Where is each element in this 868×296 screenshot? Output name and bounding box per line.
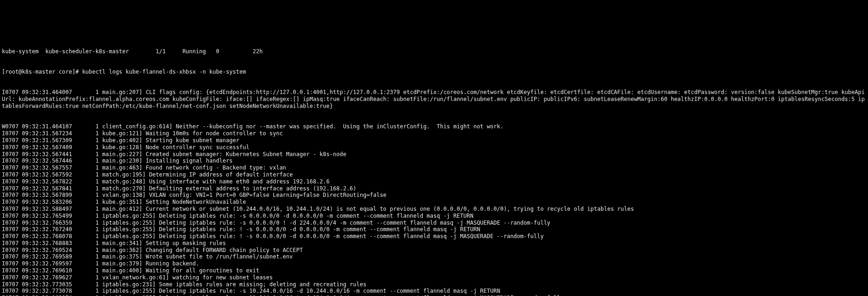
- log-line: I0707 09:32:32.583206 1 kube.go:351] Set…: [2, 199, 866, 206]
- log-line: I0707 09:32:32.567899 1 vxlan.go:138] VX…: [2, 192, 866, 199]
- log-line: I0707 09:32:32.567841 1 match.go:270] De…: [2, 185, 866, 192]
- log-line: I0707 09:32:32.769597 1 main.go:379] Run…: [2, 260, 866, 267]
- log-line: I0707 09:32:32.588497 1 main.go:412] Cur…: [2, 206, 866, 213]
- terminal-window[interactable]: kube-system kube-scheduler-k8s-master 1/…: [0, 34, 868, 296]
- log-line: I0707 09:32:32.769610 1 main.go:400] Wai…: [2, 267, 866, 274]
- log-line: I0707 09:32:31.567309 1 kube.go:402] Sta…: [2, 137, 866, 144]
- log-line: I0707 09:32:32.765499 1 iptables.go:255]…: [2, 213, 866, 220]
- log-line: I0707 09:32:32.769627 1 vxlan_network.go…: [2, 274, 866, 281]
- log-line: W0707 09:32:31.464107 1 client_config.go…: [2, 123, 866, 130]
- log-line: I0707 09:32:32.773078 1 iptables.go:255]…: [2, 288, 866, 295]
- cli-flags-log-line: I0707 09:32:31.464007 1 main.go:207] CLI…: [2, 89, 866, 109]
- shell-command-line: [root@k8s-master core]# kubectl logs kub…: [2, 69, 866, 76]
- log-line: I0707 09:32:32.768883 1 main.go:341] Set…: [2, 240, 866, 247]
- terminal-header-line: kube-system kube-scheduler-k8s-master 1/…: [2, 48, 866, 55]
- log-line: I0707 09:32:32.766359 1 iptables.go:255]…: [2, 220, 866, 227]
- log-line: I0707 09:32:32.567557 1 main.go:463] Fou…: [2, 164, 866, 171]
- log-line: I0707 09:32:32.768078 1 iptables.go:255]…: [2, 233, 866, 240]
- log-line: I0707 09:32:32.567441 1 main.go:227] Cre…: [2, 151, 866, 158]
- log-line: I0707 09:32:32.769524 1 main.go:362] Cha…: [2, 247, 866, 254]
- log-line: I0707 09:32:32.567822 1 match.go:248] Us…: [2, 178, 866, 185]
- log-output-block: W0707 09:32:31.464107 1 client_config.go…: [2, 123, 866, 296]
- log-line: I0707 09:32:32.769589 1 main.go:375] Wro…: [2, 253, 866, 260]
- log-line: I0707 09:32:32.567409 1 kube.go:128] Nod…: [2, 144, 866, 151]
- log-line: I0707 09:32:32.567446 1 main.go:230] Ins…: [2, 157, 866, 164]
- log-line: I0707 09:32:32.767240 1 iptables.go:255]…: [2, 226, 866, 233]
- log-line: I0707 09:32:32.773035 1 iptables.go:231]…: [2, 281, 866, 288]
- log-line: I0707 09:32:32.567592 1 match.go:195] De…: [2, 171, 866, 178]
- log-line: I0707 09:32:31.567234 1 kube.go:121] Wai…: [2, 130, 866, 137]
